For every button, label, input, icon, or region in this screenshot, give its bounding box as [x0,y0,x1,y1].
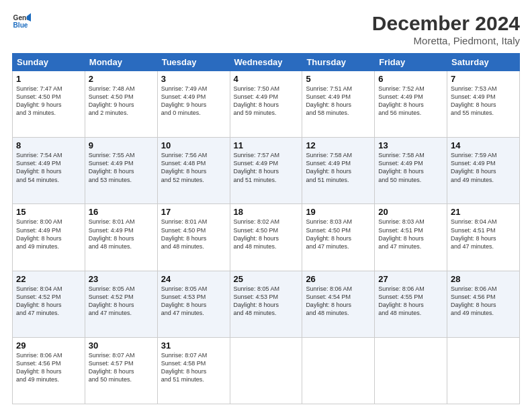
day-info: Sunrise: 8:01 AMSunset: 4:50 PMDaylight:… [161,218,226,250]
calendar-title: December 2024 [372,12,520,35]
table-row [230,337,302,404]
col-saturday: Saturday [447,54,520,71]
table-row: 1Sunrise: 7:47 AMSunset: 4:50 PMDaylight… [13,71,85,138]
day-number: 10 [161,140,226,150]
day-number: 14 [451,140,516,150]
table-row: 26Sunrise: 8:06 AMSunset: 4:54 PMDayligh… [302,271,375,337]
day-info: Sunrise: 8:03 AMSunset: 4:51 PMDaylight:… [378,218,443,250]
day-info: Sunrise: 7:51 AMSunset: 4:49 PMDaylight:… [306,85,371,118]
table-row: 12Sunrise: 7:58 AMSunset: 4:49 PMDayligh… [302,138,375,204]
col-wednesday: Wednesday [230,54,302,71]
table-row: 9Sunrise: 7:55 AMSunset: 4:49 PMDaylight… [85,138,157,204]
col-thursday: Thursday [302,54,375,71]
day-info: Sunrise: 7:48 AMSunset: 4:50 PMDaylight:… [89,85,154,118]
table-row: 23Sunrise: 8:05 AMSunset: 4:52 PMDayligh… [85,271,157,337]
day-info: Sunrise: 7:57 AMSunset: 4:49 PMDaylight:… [234,151,299,184]
table-row: 8Sunrise: 7:54 AMSunset: 4:49 PMDaylight… [13,138,85,204]
day-info: Sunrise: 7:55 AMSunset: 4:49 PMDaylight:… [89,151,154,184]
day-number: 21 [451,207,516,217]
calendar-table: Sunday Monday Tuesday Wednesday Thursday… [12,53,520,404]
day-info: Sunrise: 8:07 AMSunset: 4:57 PMDaylight:… [89,351,154,384]
col-tuesday: Tuesday [157,54,230,71]
day-info: Sunrise: 7:58 AMSunset: 4:49 PMDaylight:… [378,151,443,184]
table-row: 31Sunrise: 8:07 AMSunset: 4:58 PMDayligh… [157,337,230,404]
day-number: 2 [89,74,154,84]
day-number: 23 [89,274,154,284]
table-row: 30Sunrise: 8:07 AMSunset: 4:57 PMDayligh… [85,337,157,404]
table-row: 6Sunrise: 7:52 AMSunset: 4:49 PMDaylight… [375,71,447,138]
day-number: 25 [234,274,299,284]
table-row [447,337,520,404]
day-number: 20 [378,207,443,217]
header-row: Sunday Monday Tuesday Wednesday Thursday… [13,54,520,71]
day-info: Sunrise: 8:05 AMSunset: 4:52 PMDaylight:… [89,285,154,318]
day-number: 27 [378,274,443,284]
day-info: Sunrise: 8:04 AMSunset: 4:52 PMDaylight:… [16,285,81,318]
day-info: Sunrise: 8:06 AMSunset: 4:55 PMDaylight:… [378,285,443,318]
table-row: 28Sunrise: 8:06 AMSunset: 4:56 PMDayligh… [447,271,520,337]
day-number: 1 [16,74,81,84]
table-row: 24Sunrise: 8:05 AMSunset: 4:53 PMDayligh… [157,271,230,337]
col-sunday: Sunday [13,54,85,71]
table-row [375,337,447,404]
day-info: Sunrise: 7:50 AMSunset: 4:49 PMDaylight:… [234,85,299,118]
day-info: Sunrise: 8:00 AMSunset: 4:49 PMDaylight:… [16,218,81,250]
day-number: 8 [16,140,81,150]
table-row: 14Sunrise: 7:59 AMSunset: 4:49 PMDayligh… [447,138,520,204]
day-info: Sunrise: 8:06 AMSunset: 4:54 PMDaylight:… [306,285,371,318]
day-info: Sunrise: 8:06 AMSunset: 4:56 PMDaylight:… [16,351,81,384]
day-info: Sunrise: 7:52 AMSunset: 4:49 PMDaylight:… [378,85,443,118]
table-row: 13Sunrise: 7:58 AMSunset: 4:49 PMDayligh… [375,138,447,204]
day-info: Sunrise: 7:53 AMSunset: 4:49 PMDaylight:… [451,85,516,118]
day-number: 3 [161,74,226,84]
table-row: 18Sunrise: 8:02 AMSunset: 4:50 PMDayligh… [230,204,302,271]
table-row: 17Sunrise: 8:01 AMSunset: 4:50 PMDayligh… [157,204,230,271]
day-number: 12 [306,140,371,150]
table-row: 22Sunrise: 8:04 AMSunset: 4:52 PMDayligh… [13,271,85,337]
day-info: Sunrise: 7:58 AMSunset: 4:49 PMDaylight:… [306,151,371,184]
day-info: Sunrise: 8:07 AMSunset: 4:58 PMDaylight:… [161,351,226,384]
calendar-page: General Blue December 2024 Moretta, Pied… [0,0,532,411]
table-row: 3Sunrise: 7:49 AMSunset: 4:49 PMDaylight… [157,71,230,138]
table-row: 15Sunrise: 8:00 AMSunset: 4:49 PMDayligh… [13,204,85,271]
day-number: 18 [234,207,299,217]
logo: General Blue [12,12,31,31]
table-row: 10Sunrise: 7:56 AMSunset: 4:48 PMDayligh… [157,138,230,204]
table-row [302,337,375,404]
day-info: Sunrise: 8:04 AMSunset: 4:51 PMDaylight:… [451,218,516,250]
day-number: 19 [306,207,371,217]
table-row: 25Sunrise: 8:05 AMSunset: 4:53 PMDayligh… [230,271,302,337]
table-row: 29Sunrise: 8:06 AMSunset: 4:56 PMDayligh… [13,337,85,404]
day-info: Sunrise: 8:06 AMSunset: 4:56 PMDaylight:… [451,285,516,318]
day-number: 15 [16,207,81,217]
table-row: 4Sunrise: 7:50 AMSunset: 4:49 PMDaylight… [230,71,302,138]
day-info: Sunrise: 7:59 AMSunset: 4:49 PMDaylight:… [451,151,516,184]
table-row: 19Sunrise: 8:03 AMSunset: 4:50 PMDayligh… [302,204,375,271]
day-info: Sunrise: 7:47 AMSunset: 4:50 PMDaylight:… [16,85,81,118]
day-number: 28 [451,274,516,284]
day-number: 4 [234,74,299,84]
table-row: 27Sunrise: 8:06 AMSunset: 4:55 PMDayligh… [375,271,447,337]
col-monday: Monday [85,54,157,71]
day-number: 30 [89,340,154,351]
day-number: 11 [234,140,299,150]
day-number: 29 [16,340,81,351]
header: General Blue December 2024 Moretta, Pied… [12,12,520,46]
table-row: 7Sunrise: 7:53 AMSunset: 4:49 PMDaylight… [447,71,520,138]
day-info: Sunrise: 8:05 AMSunset: 4:53 PMDaylight:… [234,285,299,318]
day-info: Sunrise: 8:01 AMSunset: 4:49 PMDaylight:… [89,218,154,250]
day-number: 9 [89,140,154,150]
table-row: 20Sunrise: 8:03 AMSunset: 4:51 PMDayligh… [375,204,447,271]
day-number: 6 [378,74,443,84]
day-number: 13 [378,140,443,150]
day-number: 31 [161,340,226,351]
table-row: 16Sunrise: 8:01 AMSunset: 4:49 PMDayligh… [85,204,157,271]
day-number: 24 [161,274,226,284]
day-info: Sunrise: 8:02 AMSunset: 4:50 PMDaylight:… [234,218,299,250]
table-row: 21Sunrise: 8:04 AMSunset: 4:51 PMDayligh… [447,204,520,271]
day-number: 16 [89,207,154,217]
col-friday: Friday [375,54,447,71]
day-number: 5 [306,74,371,84]
day-number: 17 [161,207,226,217]
day-info: Sunrise: 8:03 AMSunset: 4:50 PMDaylight:… [306,218,371,250]
